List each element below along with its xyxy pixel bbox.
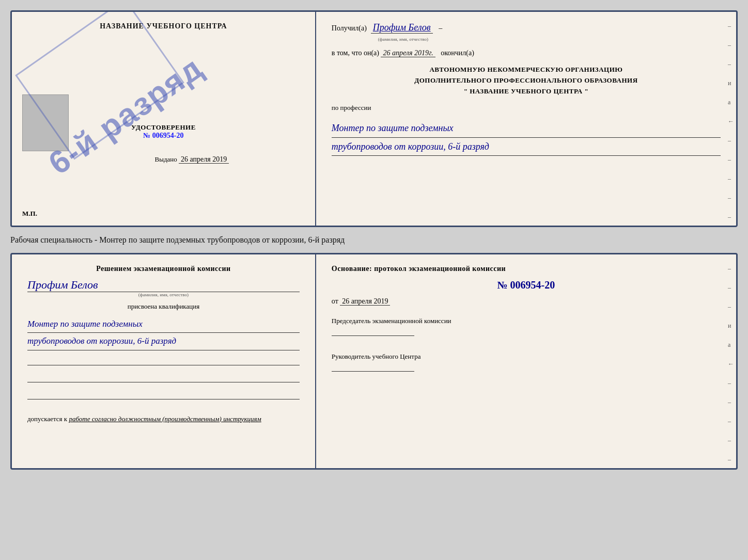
mp-label: М.П. — [22, 210, 37, 218]
assigned-label: присвоена квалификация — [27, 302, 300, 311]
right-dashes: – – – и а ← – – – – – — [728, 22, 734, 221]
director-section: Руководитель учебного Центра — [332, 353, 721, 374]
diploma-right-panel: Получил(а) Профим Белов – (фамилия, имя,… — [316, 12, 736, 226]
profession-line1: Монтер по защите подземных — [332, 119, 721, 137]
protocol-date-value: 26 апреля 2019 — [340, 297, 390, 306]
specialty-label: Рабочая специальность - Монтер по защите… — [10, 233, 738, 247]
diploma-document: НАЗВАНИЕ УЧЕБНОГО ЦЕНТРА 6-й разряд УДОС… — [10, 10, 738, 227]
issued-label: Выдано — [155, 155, 177, 163]
issued-date-value: 26 апреля 2019 — [179, 155, 229, 164]
qual-person-sublabel: (фамилия, имя, отчество) — [27, 292, 300, 297]
org-line1: АВТОНОМНУЮ НЕКОММЕРЧЕСКУЮ ОРГАНИЗАЦИЮ — [332, 65, 721, 75]
issued-date: Выдано 26 апреля 2019 — [98, 155, 229, 179]
protocol-number: № 006954-20 — [332, 279, 721, 291]
cert-info-block: УДОСТОВЕРЕНИЕ № 006954-20 — [131, 123, 196, 140]
admitted-prefix: допускается к — [27, 415, 67, 423]
received-label: Получил(а) — [332, 24, 367, 33]
qualification-document: Решением экзаменационной комиссии Профим… — [10, 253, 738, 470]
page-container: НАЗВАНИЕ УЧЕБНОГО ЦЕНТРА 6-й разряд УДОС… — [10, 10, 738, 470]
qual-right-panel: Основание: протокол экзаменационной коми… — [316, 254, 736, 468]
director-label: Руководитель учебного Центра — [332, 353, 721, 361]
blank-line-3 — [27, 390, 300, 399]
profession-prefix: по профессии — [332, 104, 721, 112]
chairman-section: Председатель экзаменационной комиссии — [332, 317, 721, 338]
decision-text: Решением экзаменационной комиссии — [27, 265, 300, 273]
diploma-left-panel: НАЗВАНИЕ УЧЕБНОГО ЦЕНТРА 6-й разряд УДОС… — [12, 12, 316, 226]
blank-line-2 — [27, 373, 300, 382]
protocol-date-prefix: от — [332, 297, 338, 305]
director-signature-line — [332, 371, 414, 372]
profession-value: Монтер по защите подземных трубопроводов… — [332, 119, 721, 155]
basis-text: Основание: протокол экзаменационной коми… — [332, 265, 721, 273]
qual-line2: трубопроводов от коррозии, 6-й разряд — [27, 333, 300, 350]
qual-left-panel: Решением экзаменационной комиссии Профим… — [12, 254, 316, 468]
cert-label: УДОСТОВЕРЕНИЕ — [131, 123, 196, 132]
qual-person-block: Профим Белов (фамилия, имя, отчество) — [27, 278, 300, 297]
date-value: 26 апреля 2019г. — [381, 49, 435, 57]
org-line3: " НАЗВАНИЕ УЧЕБНОГО ЦЕНТРА " — [332, 86, 721, 97]
profession-line2: трубопроводов от коррозии, 6-й разряд — [332, 138, 721, 156]
cert-number: № 006954-20 — [131, 132, 196, 140]
qual-right-dashes: – – – и а ← – – – – – — [728, 265, 734, 463]
date-prefix: в том, что он(а) — [332, 49, 379, 57]
qual-line1: Монтер по защите подземных — [27, 316, 300, 333]
org-line2: ДОПОЛНИТЕЛЬНОГО ПРОФЕССИОНАЛЬНОГО ОБРАЗО… — [332, 75, 721, 86]
recipient-name: Профим Белов — [371, 22, 433, 34]
org-block: АВТОНОМНУЮ НЕКОММЕРЧЕСКУЮ ОРГАНИЗАЦИЮ ДО… — [332, 65, 721, 97]
admitted-text: допускается к работе согласно должностны… — [27, 415, 300, 423]
chairman-signature-line — [332, 335, 414, 336]
admitted-value: работе согласно должностным (производств… — [69, 415, 261, 423]
blank-line-1 — [27, 356, 300, 365]
date-suffix: окончил(а) — [441, 49, 474, 57]
qual-person-name: Профим Белов — [27, 278, 300, 292]
recipient-line: Получил(а) Профим Белов – — [332, 22, 721, 34]
recipient-sublabel: (фамилия, имя, отчество) — [378, 37, 721, 42]
protocol-date: от 26 апреля 2019 — [332, 297, 721, 306]
qual-value-block: Монтер по защите подземных трубопроводов… — [27, 316, 300, 350]
chairman-label: Председатель экзаменационной комиссии — [332, 317, 721, 325]
date-line: в том, что он(а) 26 апреля 2019г. окончи… — [332, 49, 721, 57]
dash-separator: – — [437, 24, 443, 33]
